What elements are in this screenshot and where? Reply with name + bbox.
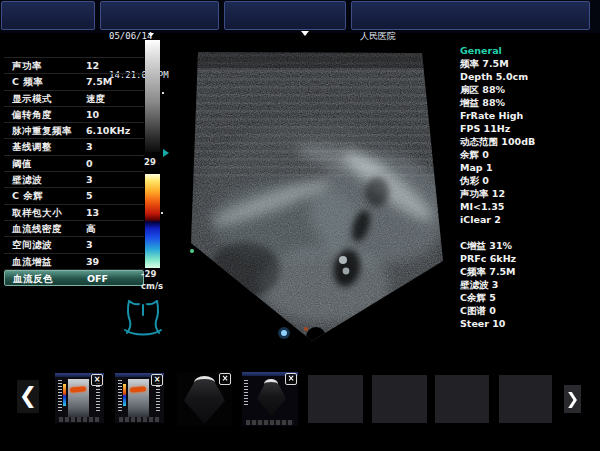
menu-row-value: 6.10KHz [86, 125, 130, 136]
thumbnail-slot-empty [308, 375, 363, 423]
menu-row-label: 偏转角度 [12, 109, 52, 122]
thumbnail-slot-empty [435, 375, 489, 423]
menu-row-value: 速度 [86, 93, 105, 106]
readout-line: 余辉 0 [460, 148, 598, 161]
menu-row[interactable]: C 频率 7.5M [4, 74, 144, 90]
menu-row[interactable]: 显示模式 速度 [4, 91, 144, 107]
close-icon[interactable]: × [219, 373, 231, 385]
menu-row[interactable]: 声功率 12 [4, 58, 144, 74]
menu-row-value: 7.5M [86, 76, 112, 87]
readout-line: Steer 10 [460, 317, 598, 330]
readout-line: FPS 11Hz [460, 122, 598, 135]
image-parameters-panel: General 频率 7.5M Depth 5.0cm 扇区 88% 增益 88… [460, 44, 598, 330]
mini-colorbar [123, 384, 126, 406]
menu-row[interactable]: 空间滤波 3 [4, 237, 144, 253]
thumbnail-doppler-1[interactable]: × [55, 373, 104, 423]
mini-colorbar [63, 384, 66, 406]
menu-row[interactable]: 血流线密度 高 [4, 221, 144, 237]
menu-row[interactable]: C 余辉 5 [4, 188, 144, 204]
thumbnail-sector-3[interactable]: × [177, 372, 232, 426]
grayscale-bar [145, 40, 160, 152]
close-icon[interactable]: × [285, 373, 297, 385]
menu-row-value: 3 [86, 174, 93, 185]
menu-row-value: 13 [86, 207, 99, 218]
menu-row[interactable]: 基线调整 3 [4, 139, 144, 155]
ultrasound-image [175, 30, 455, 342]
thumbnail-doppler-2[interactable]: × [115, 373, 164, 423]
menu-row-label: 基线调整 [12, 141, 52, 154]
focus-arrow-icon [163, 149, 169, 157]
readout-line: General [460, 44, 598, 57]
readout-line: Map 1 [460, 161, 598, 174]
readout-line: PRFc 6kHz [460, 252, 598, 265]
menu-row-label: 壁滤波 [12, 174, 42, 187]
menu-row-label: 空间滤波 [12, 239, 52, 252]
menu-row-value: 10 [86, 109, 99, 120]
readout-line: 频率 7.5M [460, 57, 598, 70]
close-icon[interactable]: × [151, 374, 163, 386]
mini-filmstrip [246, 420, 294, 425]
readout-line: C增益 31% [460, 239, 598, 252]
menu-row-label: 脉冲重复频率 [12, 125, 72, 138]
body-marker-icon [120, 296, 166, 354]
readout-line [460, 226, 598, 239]
readout-line: iClear 2 [460, 213, 598, 226]
mini-ultrasound [68, 379, 89, 417]
readout-line: 动态范围 100dB [460, 135, 598, 148]
menu-row-label: C 余辉 [12, 190, 43, 203]
filmstrip-next-button[interactable]: ❯ [564, 385, 581, 413]
thumbnail-slot-empty [372, 375, 427, 423]
velocity-unit-label: cm/s [141, 281, 163, 291]
exam-info-panel [224, 1, 346, 30]
menu-row[interactable]: 阈值 0 [4, 156, 144, 172]
readout-line: MI<1.35 [460, 200, 598, 213]
menu-row-label: 取样包大小 [12, 207, 62, 220]
mini-text-left [244, 380, 248, 406]
menu-row-value: 5 [86, 190, 93, 201]
menu-row-value: 39 [86, 256, 99, 267]
velocity-min-label: -29 [141, 269, 156, 279]
readout-line: C图谱 0 [460, 304, 598, 317]
menu-row[interactable]: 脉冲重复频率 6.10KHz [4, 123, 144, 139]
menu-row-value: 12 [86, 60, 99, 71]
thumbnail-slot-empty [499, 375, 552, 423]
hospital-panel: 人民医院 L14-5/38 [351, 1, 590, 30]
readout-line: C余辉 5 [460, 291, 598, 304]
readout-line: FrRate High [460, 109, 598, 122]
close-icon[interactable]: × [91, 374, 103, 386]
mini-ultrasound [128, 379, 149, 417]
mini-filmstrip [59, 417, 100, 422]
mini-doppler-flow [130, 386, 146, 392]
menu-row-value: 0 [86, 158, 93, 169]
mini-sector-arc [264, 379, 278, 389]
menu-row[interactable]: 偏转角度 10 [4, 107, 144, 123]
mini-filmstrip [119, 417, 160, 422]
menu-row-value: 高 [86, 223, 96, 236]
menu-row-value: 3 [86, 239, 93, 250]
readout-line: 壁滤波 3 [460, 278, 598, 291]
menu-row-label: 声功率 [12, 60, 42, 73]
menu-row-label: 血流线密度 [12, 223, 62, 236]
mini-sector-arc [194, 376, 215, 389]
readout-line: 扇区 88% [460, 83, 598, 96]
menu-row[interactable]: 血流反色 OFF [4, 270, 144, 286]
patient-info-panel [1, 1, 95, 30]
menu-row[interactable]: 血流增益 39 [4, 254, 144, 270]
mini-text-left [118, 380, 122, 412]
ultrasound-app: 05/06/14 14:21:00 PM 人民医院 L14-5/38 声功率 1… [0, 0, 600, 451]
menu-row-label: 血流增益 [12, 256, 52, 269]
mini-text-left [58, 380, 62, 412]
filmstrip-prev-button[interactable]: ❮ [17, 380, 39, 413]
doppler-colorbar [145, 174, 160, 268]
velocity-max-label: 29 [144, 157, 156, 167]
menu-row[interactable]: 取样包大小 13 [4, 205, 144, 221]
readout-line: C频率 7.5M [460, 265, 598, 278]
readout-line: 增益 88% [460, 96, 598, 109]
menu-row[interactable]: 壁滤波 3 [4, 172, 144, 188]
readout-line: Depth 5.0cm [460, 70, 598, 83]
control-menu: 声功率 12 C 频率 7.5M 显示模式 速度 偏转角度 10 脉冲重复频率 … [4, 57, 144, 286]
thumbnail-sector-screen-4[interactable]: × [242, 372, 298, 426]
grayscale-marker-icon [148, 33, 154, 37]
menu-row-label: 阈值 [12, 158, 32, 171]
readout-line: 声功率 12 [460, 187, 598, 200]
